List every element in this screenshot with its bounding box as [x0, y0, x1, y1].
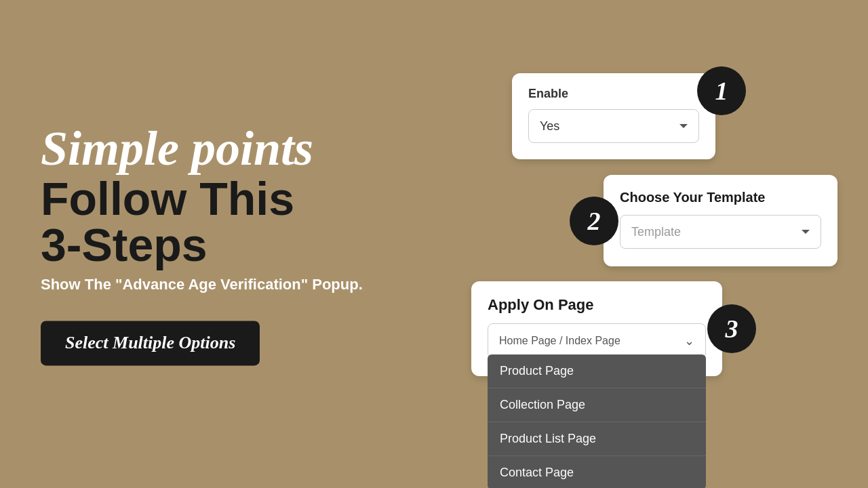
- enable-select[interactable]: Yes No: [528, 109, 699, 143]
- step2-badge: 2: [570, 197, 618, 245]
- step3-badge: 3: [707, 304, 756, 353]
- template-select[interactable]: Template Template A Template B: [620, 215, 821, 249]
- dropdown-item-product-page[interactable]: Product Page: [488, 354, 706, 388]
- step1-card: 1 Enable Yes No: [512, 73, 715, 159]
- chevron-down-icon: ⌄: [684, 333, 694, 348]
- step3-card: 3 Apply On Page Home Page / Index Page ⌄…: [471, 281, 722, 376]
- title-cursive: Simple points: [41, 122, 434, 176]
- title-bold-2: 3-Steps: [41, 222, 434, 268]
- page-dropdown-list: Product Page Collection Page Product Lis…: [488, 354, 706, 488]
- select-multiple-button[interactable]: Select Multiple Options: [41, 321, 260, 366]
- subtitle: Show The "Advance Age Verification" Popu…: [41, 277, 434, 294]
- dropdown-item-product-list-page[interactable]: Product List Page: [488, 422, 706, 456]
- step3-label: Apply On Page: [488, 296, 706, 314]
- title-bold-1: Follow This: [41, 176, 434, 222]
- selected-page-value: Home Page / Index Page: [499, 335, 620, 347]
- step2-label: Choose Your Template: [620, 190, 821, 205]
- step1-badge: 1: [697, 66, 746, 115]
- dropdown-item-collection-page[interactable]: Collection Page: [488, 388, 706, 422]
- dropdown-item-contact-page[interactable]: Contact Page: [488, 456, 706, 488]
- left-section: Simple points Follow This 3-Steps Show T…: [41, 122, 434, 365]
- step2-card: 2 Choose Your Template Template Template…: [604, 175, 837, 266]
- apply-on-page-select[interactable]: Home Page / Index Page ⌄: [488, 323, 706, 359]
- step1-label: Enable: [528, 87, 699, 101]
